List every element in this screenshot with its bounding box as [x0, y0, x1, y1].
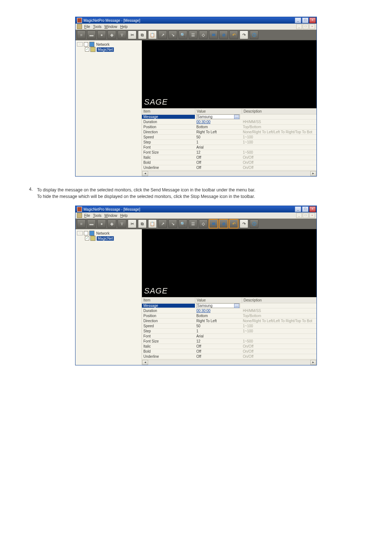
- prop-value[interactable]: 00:30:00: [195, 120, 241, 124]
- prop-value[interactable]: 1: [195, 140, 241, 144]
- send-message-button[interactable]: ✉: [209, 31, 218, 39]
- prop-value[interactable]: 12: [195, 339, 241, 343]
- prop-value[interactable]: Right To Left: [195, 130, 241, 134]
- prop-value[interactable]: Samsung…: [195, 303, 241, 308]
- prop-value[interactable]: 12: [195, 150, 241, 154]
- stop-message-button[interactable]: ⊘: [219, 31, 228, 39]
- tree-checkbox[interactable]: [84, 42, 88, 46]
- monitor-button[interactable]: ▬: [87, 219, 96, 228]
- prop-row[interactable]: DirectionRight To LeftNone/Right To Left…: [142, 319, 317, 324]
- prop-value[interactable]: Arial: [195, 145, 241, 149]
- prop-value[interactable]: Samsung…: [195, 114, 241, 119]
- menu-file[interactable]: File: [83, 24, 91, 29]
- tree-network-label[interactable]: Network: [95, 231, 110, 235]
- list-button[interactable]: ☰: [189, 31, 197, 39]
- child-minimize-button[interactable]: _: [296, 24, 302, 29]
- prop-row[interactable]: Font Size121~500: [142, 339, 317, 344]
- arrow-ur-button[interactable]: ↗: [158, 219, 167, 228]
- child-restore-button[interactable]: □: [303, 24, 309, 29]
- prop-value[interactable]: Arial: [195, 334, 241, 338]
- find-button[interactable]: 🔍: [179, 31, 187, 39]
- prop-row[interactable]: Step11~100: [142, 329, 317, 334]
- info-button[interactable]: ⓘ: [250, 219, 258, 228]
- maximize-button[interactable]: □: [302, 206, 309, 212]
- child-minimize-button[interactable]: _: [296, 213, 302, 218]
- tree-magicnet-label[interactable]: MagicNet: [97, 47, 114, 52]
- list-button[interactable]: ☰: [189, 219, 197, 228]
- redo-button[interactable]: ↷: [240, 219, 248, 228]
- send-message-button[interactable]: ✉: [209, 219, 218, 228]
- prop-row[interactable]: UnderlineOffOn/Off: [142, 165, 317, 170]
- info-button[interactable]: ⓘ: [250, 31, 258, 39]
- copy-button[interactable]: ⧉: [138, 31, 147, 39]
- text-button[interactable]: T: [118, 219, 126, 228]
- prop-row[interactable]: Speed501~100: [142, 135, 317, 140]
- prop-row[interactable]: MessageSamsung…: [142, 114, 317, 119]
- menu-help[interactable]: Help: [119, 24, 128, 29]
- tree-network-label[interactable]: Network: [95, 42, 110, 46]
- redo-button[interactable]: ↷: [240, 31, 248, 39]
- text-button[interactable]: T: [118, 31, 126, 39]
- prop-value[interactable]: Right To Left: [195, 319, 241, 323]
- menu-help[interactable]: Help: [119, 213, 128, 218]
- prop-row[interactable]: PositionBottomTop/Bottom: [142, 125, 317, 130]
- camera-button[interactable]: ●: [97, 31, 106, 39]
- menu-tools[interactable]: Tools: [92, 24, 102, 29]
- message-input[interactable]: Samsung…: [196, 303, 240, 308]
- diamond-button[interactable]: ◇: [199, 31, 208, 39]
- prop-value[interactable]: Bottom: [195, 314, 241, 318]
- prop-row[interactable]: PositionBottomTop/Bottom: [142, 313, 317, 319]
- tree-checkbox[interactable]: ✓: [85, 47, 89, 52]
- paste-button[interactable]: 📋: [148, 31, 157, 39]
- prop-row[interactable]: Font Size121~500: [142, 150, 317, 155]
- undo-button[interactable]: ↶: [229, 31, 238, 39]
- prop-row[interactable]: Step11~100: [142, 140, 317, 145]
- prop-value[interactable]: Off: [195, 344, 241, 348]
- scroll-right-icon[interactable]: ►: [310, 360, 316, 365]
- tree-collapse-icon[interactable]: -: [77, 42, 83, 46]
- prop-row[interactable]: Duration00:30:00HH/MM/SS: [142, 308, 317, 313]
- child-restore-button[interactable]: □: [303, 213, 309, 218]
- prop-row[interactable]: Speed501~100: [142, 324, 317, 329]
- prop-row[interactable]: BoldOffOn/Off: [142, 160, 317, 165]
- scroll-left-icon[interactable]: ◄: [142, 171, 148, 176]
- arrow-dr-button[interactable]: ↘: [168, 31, 177, 39]
- child-close-button[interactable]: ×: [309, 24, 315, 29]
- prop-value[interactable]: Off: [195, 166, 241, 170]
- h-scrollbar[interactable]: ◄ ►: [142, 171, 317, 176]
- new-button[interactable]: ≡: [77, 219, 86, 228]
- prop-row[interactable]: ItalicOffOn/Off: [142, 344, 317, 349]
- prop-value[interactable]: Bottom: [195, 125, 241, 129]
- close-button[interactable]: ×: [309, 17, 316, 23]
- new-button[interactable]: ≡: [77, 31, 86, 39]
- stop-message-button[interactable]: ⊘: [219, 219, 228, 228]
- prop-value[interactable]: Off: [195, 155, 241, 159]
- menu-file[interactable]: File: [83, 213, 91, 218]
- arrow-dr-button[interactable]: ↘: [168, 219, 177, 228]
- prop-row[interactable]: BoldOffOn/Off: [142, 349, 317, 354]
- browse-icon[interactable]: …: [234, 304, 239, 308]
- paste-button[interactable]: 📋: [148, 219, 157, 228]
- prop-row[interactable]: FontArial: [142, 145, 317, 150]
- tree-collapse-icon[interactable]: -: [77, 231, 83, 235]
- arrow-ur-button[interactable]: ↗: [158, 31, 167, 39]
- tree-checkbox[interactable]: ✓: [85, 236, 89, 240]
- menu-tools[interactable]: Tools: [92, 213, 102, 218]
- copy-button[interactable]: ⧉: [138, 219, 147, 228]
- camera-button[interactable]: ●: [97, 219, 106, 228]
- browse-icon[interactable]: …: [234, 115, 239, 119]
- prop-row[interactable]: MessageSamsung…: [142, 303, 317, 308]
- prop-value[interactable]: 00:30:00: [195, 309, 241, 313]
- find-button[interactable]: 🔍: [179, 219, 187, 228]
- prop-value[interactable]: Off: [195, 355, 241, 358]
- minimize-button[interactable]: _: [295, 17, 301, 23]
- maximize-button[interactable]: □: [302, 17, 309, 23]
- undo-button[interactable]: ↶: [229, 219, 238, 228]
- menu-window[interactable]: Window: [103, 213, 118, 218]
- message-input[interactable]: Samsung…: [196, 114, 240, 119]
- scroll-left-icon[interactable]: ◄: [142, 360, 148, 365]
- prop-value[interactable]: Off: [195, 161, 241, 165]
- cut-button[interactable]: ✂: [128, 31, 136, 39]
- prop-value[interactable]: 50: [195, 324, 241, 328]
- prop-value[interactable]: 50: [195, 135, 241, 139]
